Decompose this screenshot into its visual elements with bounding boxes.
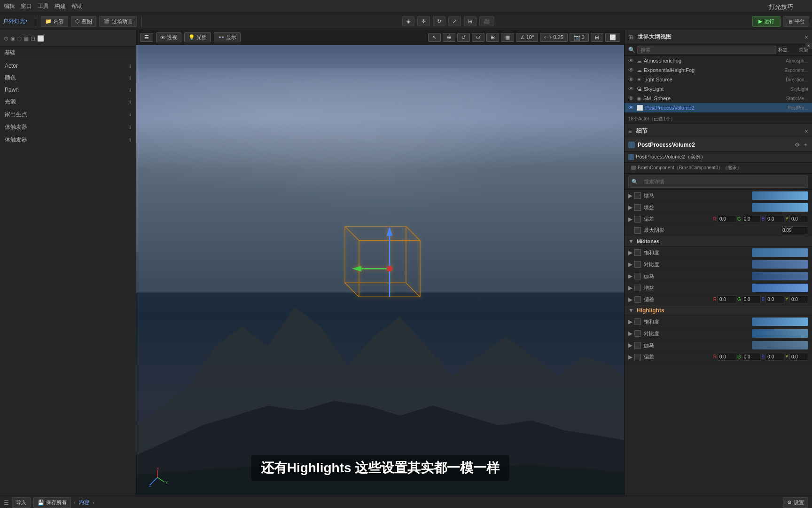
outliner-search-input[interactable] xyxy=(637,46,776,54)
mid-checkbox-4[interactable] xyxy=(634,285,641,291)
panel-item-actor[interactable]: Actor ℹ xyxy=(0,60,136,71)
import-btn[interactable]: 导入 xyxy=(12,497,31,508)
select-tool[interactable]: ↖ xyxy=(428,33,441,42)
hl-checkbox-1[interactable] xyxy=(634,318,641,325)
outliner-row-lightsource[interactable]: 👁 ☀ Light Source Direction... xyxy=(625,75,812,84)
panel-category-label: 基础 xyxy=(0,47,136,58)
panel-item-trigger1[interactable]: 体触发器 ℹ xyxy=(0,121,136,134)
eye-icon-3: 👁 xyxy=(628,76,634,83)
content-button[interactable]: 📁 内容 xyxy=(41,16,68,27)
detail-search-input[interactable] xyxy=(640,177,805,186)
brush-component-label: BrushComponent（BrushComponent0）（继承） xyxy=(638,165,742,171)
move-btn[interactable]: ✛ xyxy=(417,16,430,26)
rotate-btn[interactable]: ↻ xyxy=(433,16,445,26)
highlights-section-header[interactable]: ▼ Highlights xyxy=(625,305,812,316)
outliner-icon: ⊞ xyxy=(628,34,633,40)
outliner-row-ppv2[interactable]: 👁 ⬜ PostProcessVolume2 PostPro... xyxy=(625,103,812,112)
light-icon: ☀ xyxy=(637,77,641,83)
platform-button[interactable]: 🖥 平台 xyxy=(783,16,809,27)
prop-offset-row: ▶ 偏差 R G B Y xyxy=(625,214,812,225)
outliner-close[interactable]: × xyxy=(804,33,808,41)
grid-btn[interactable]: ⊞ xyxy=(486,33,499,42)
scale-val[interactable]: ⟺ 0.25 xyxy=(540,33,567,42)
mid-rgba-r[interactable] xyxy=(718,295,736,303)
panel-item-light[interactable]: 光源 ℹ xyxy=(0,95,136,108)
save-all-btn[interactable]: 💾 保存所有 xyxy=(33,497,71,508)
hl-rgba-g[interactable] xyxy=(742,353,761,361)
panel-item-pawn[interactable]: Pawn ℹ xyxy=(0,84,136,95)
panel-item-color[interactable]: 颜色 ℹ xyxy=(0,71,136,84)
mid-checkbox-1[interactable] xyxy=(634,249,641,256)
hamburger-menu[interactable]: ☰ xyxy=(140,33,153,42)
details-icon: ≡ xyxy=(628,128,632,135)
hl-rgba-b[interactable] xyxy=(765,353,784,361)
hl-checkbox-3[interactable] xyxy=(634,342,641,349)
lighting-btn[interactable]: 💡 光照 xyxy=(184,32,211,42)
show-btn[interactable]: 👓 显示 xyxy=(214,32,241,42)
camera-speed[interactable]: 📷 3 xyxy=(570,33,589,42)
panel-icon-6: ⬜ xyxy=(37,35,44,42)
panel-item-spawn[interactable]: 家出生点 ℹ xyxy=(0,108,136,121)
prop-checkbox-4[interactable] xyxy=(634,227,641,234)
rgba-g[interactable] xyxy=(742,215,761,223)
mid-checkbox-3[interactable] xyxy=(634,273,641,279)
menu-build[interactable]: 构建 xyxy=(55,2,66,10)
hl-checkbox-4[interactable] xyxy=(634,354,641,360)
panel-item-trigger2[interactable]: 体触发器 ℹ xyxy=(0,134,136,146)
cinematics-button[interactable]: 🎬 过场动画 xyxy=(99,16,137,27)
highlights-prop2: ▶ 对比度 xyxy=(625,328,812,340)
rgba-y[interactable] xyxy=(789,215,808,223)
outliner-row-skylight[interactable]: 👁 🌤 SkyLight SkyLight xyxy=(625,84,812,94)
eye-icon-5: 👁 xyxy=(628,95,634,102)
camera-tool[interactable]: ⊙ xyxy=(472,33,484,42)
mid-rgba-g[interactable] xyxy=(742,295,761,303)
hl-rgba-y[interactable] xyxy=(789,353,808,361)
outliner-row-atmospheric[interactable]: 👁 ☁ AtmosphericFog Atmosph... xyxy=(625,56,812,65)
viewport[interactable]: ☰ 👁 透视 💡 光照 👓 显示 ↖ ⊕ ↺ ⊙ ⊞ ▦ ∠ 10° ⟺ 0.2… xyxy=(136,30,624,495)
hl-rgba-r[interactable] xyxy=(718,353,736,361)
play-button[interactable]: ▶ 运行 xyxy=(752,16,781,27)
add-component-icon[interactable]: ＋ xyxy=(803,141,808,149)
split-view[interactable]: ⊟ xyxy=(591,33,603,42)
midtones-saturation: ▶ 饱和度 xyxy=(625,247,812,259)
left-panel-close[interactable]: × xyxy=(805,42,812,49)
prop-checkbox-3[interactable] xyxy=(634,216,641,222)
menu-window[interactable]: 窗口 xyxy=(21,2,32,10)
move-tool[interactable]: ⊕ xyxy=(443,33,455,42)
mid-rgba-b[interactable] xyxy=(765,295,784,303)
mid-checkbox-5[interactable] xyxy=(634,296,641,303)
coord-indicator: Z Y X xyxy=(146,466,169,490)
component-header: PostProcessVolume2 ⚙ ＋ xyxy=(625,138,812,151)
rgba-b[interactable] xyxy=(765,215,784,223)
hl-checkbox-2[interactable] xyxy=(634,330,641,337)
scale-btn[interactable]: ⤢ xyxy=(448,16,461,26)
grid-icon[interactable]: ▦ xyxy=(501,33,514,42)
actor-count: 18个Actor（已选1个） xyxy=(625,114,812,124)
details-close[interactable]: × xyxy=(804,127,808,135)
camera-btn[interactable]: 🎥 xyxy=(479,16,494,26)
settings-btn[interactable]: ⚙ 设置 xyxy=(783,497,808,508)
outliner-row-sphere[interactable]: 👁 ◉ SM_Sphere StaticMe... xyxy=(625,94,812,103)
max-shadow-input[interactable] xyxy=(780,226,808,234)
snap-btn[interactable]: ⊞ xyxy=(464,16,476,26)
mid-rgba-y[interactable] xyxy=(789,295,808,303)
perspective-btn[interactable]: 👁 透视 xyxy=(156,32,181,42)
select-mode-btn[interactable]: ◈ xyxy=(402,16,414,26)
undo-tool[interactable]: ↺ xyxy=(457,33,470,42)
panel-item-info-6: ℹ xyxy=(129,125,131,130)
blueprint-button[interactable]: ⬡ 蓝图 xyxy=(71,16,96,27)
midtones-section-header[interactable]: ▼ Midtones xyxy=(625,236,812,247)
menu-help[interactable]: 帮助 xyxy=(71,2,83,10)
outliner-title: 世界大纲视图 xyxy=(638,33,671,41)
prop-val-2 xyxy=(752,203,808,212)
mid-checkbox-2[interactable] xyxy=(634,261,641,268)
menu-tools[interactable]: 工具 xyxy=(38,2,49,10)
outliner-row-heightfog[interactable]: 👁 ☁ ExponentialHeightFog Exponent... xyxy=(625,65,812,75)
prop-checkbox-2[interactable] xyxy=(634,204,641,211)
maximize-btn[interactable]: ⬜ xyxy=(605,33,620,42)
details-header: ≡ 细节 × xyxy=(625,124,812,138)
menu-edit[interactable]: 编辑 xyxy=(4,2,15,10)
angle-btn[interactable]: ∠ 10° xyxy=(516,33,539,42)
rgba-r[interactable] xyxy=(718,215,736,223)
prop-checkbox-1[interactable] xyxy=(634,192,641,199)
